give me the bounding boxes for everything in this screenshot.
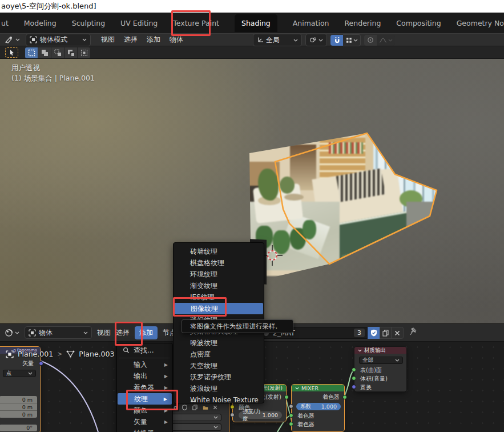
editor-type-button[interactable]: [5, 36, 20, 44]
transform-orientation-dropdown[interactable]: 全局: [253, 34, 302, 46]
pin-toggle[interactable]: [409, 327, 417, 339]
submenu-item-ies-texture[interactable]: IES纹理: [174, 291, 264, 303]
viewport-editor-icon: [5, 36, 14, 44]
proportional-editing-toggle[interactable]: [364, 35, 377, 46]
unlink-material-button[interactable]: [392, 327, 404, 339]
submenu-item-voronoi-texture[interactable]: 沃罗诺伊纹理: [174, 371, 264, 383]
submenu-item-white-noise-texture[interactable]: White Noise Texture: [174, 394, 264, 406]
select-set-icon: [28, 49, 35, 57]
accelerator-underline: [191, 401, 196, 402]
surface-input-socket[interactable]: [352, 367, 356, 372]
mixer-node-header[interactable]: MIXER: [292, 385, 344, 391]
active-tool-tweak-button[interactable]: [5, 47, 18, 58]
proportional-falloff-dropdown[interactable]: [377, 35, 395, 46]
displacement-input-socket[interactable]: [352, 385, 356, 389]
submenu-item-wave-texture[interactable]: 波浪纹理: [174, 383, 264, 394]
add-menu: 查找... 输入▶ 输出▶ 着色器▶ 纹理▶ 颜色▶ 矢量▶ 转换器▶: [116, 343, 173, 432]
tab-compositing[interactable]: Compositing: [396, 19, 441, 27]
chevron-down-icon: [318, 39, 323, 42]
rotation-x-field[interactable]: 0°: [0, 425, 37, 431]
mixer-shader2-socket[interactable]: [289, 422, 293, 426]
tab-animation[interactable]: Animation: [293, 19, 329, 27]
tab-texture-paint[interactable]: Texture Paint: [173, 19, 219, 27]
menu-item-shader[interactable]: 着色器▶: [117, 382, 172, 393]
menu-item-search[interactable]: 查找...: [117, 343, 172, 357]
mixer-fac-socket[interactable]: [289, 404, 293, 409]
mapping-type-dropdown[interactable]: 点: [3, 370, 36, 377]
emission-strength-field[interactable]: 强度/力度1.000: [239, 411, 282, 419]
select-set-button[interactable]: [25, 47, 38, 58]
tab-layout-partial[interactable]: ut: [1, 19, 9, 27]
material-output-header[interactable]: 材质输出: [354, 347, 406, 354]
volume-input-socket[interactable]: [352, 376, 356, 381]
material-output-node[interactable]: 材质输出 全部 表(曲)面 体积(音量) 置换: [354, 346, 407, 392]
mixer-fac-slider[interactable]: 系数1.000: [296, 403, 341, 410]
vector-output-socket[interactable]: [39, 361, 43, 366]
submenu-item-image-texture[interactable]: 图像纹理: [174, 303, 263, 314]
new-material-button[interactable]: [380, 327, 392, 339]
submenu-item-environment-texture[interactable]: 环境纹理: [174, 269, 264, 280]
shader-menu-add[interactable]: 添加: [135, 326, 158, 339]
image-projection-dropdown[interactable]: [171, 423, 221, 431]
location-x-field[interactable]: 0 m: [0, 396, 37, 403]
select-subtract-button[interactable]: [51, 47, 64, 58]
submenu-item-point-density[interactable]: 点密度: [174, 349, 264, 360]
collapse-chevron-icon[interactable]: [295, 387, 299, 390]
menu-view[interactable]: 视图: [101, 35, 115, 45]
select-difference-button[interactable]: [64, 47, 77, 58]
mode-dropdown[interactable]: 物体模式: [26, 34, 91, 46]
mixer-shader1-socket[interactable]: [289, 413, 293, 418]
select-extend-button[interactable]: [38, 47, 51, 58]
submenu-item-sky-texture[interactable]: 天空纹理: [174, 360, 264, 371]
tab-shading[interactable]: Shading: [235, 14, 277, 32]
material-user-count[interactable]: 3: [354, 329, 365, 337]
emission-strength-socket[interactable]: [230, 413, 235, 417]
menu-item-color[interactable]: 颜色▶: [117, 405, 172, 416]
chevron-down-icon: [15, 331, 19, 334]
menu-item-vector[interactable]: 矢量▶: [117, 416, 172, 427]
submenu-item-brick-texture[interactable]: 砖墙纹理: [174, 246, 264, 257]
pivot-point-dropdown[interactable]: [305, 34, 327, 46]
output-target-dropdown[interactable]: 全部: [359, 357, 403, 364]
tab-rendering[interactable]: Rendering: [344, 19, 381, 27]
shader-menu-select[interactable]: 选择: [116, 328, 130, 338]
submenu-item-gradient-texture[interactable]: 渐变纹理: [174, 280, 264, 291]
mode-label: 物体模式: [40, 35, 67, 45]
emission-output-socket[interactable]: [284, 395, 289, 399]
snap-settings-dropdown[interactable]: [343, 34, 361, 46]
collapse-chevron-icon[interactable]: [358, 349, 362, 352]
tab-sculpting[interactable]: Sculpting: [72, 19, 105, 27]
select-intersect-button[interactable]: [78, 47, 90, 58]
chevron-down-icon: [213, 416, 218, 419]
location-z-field[interactable]: 0 m: [0, 411, 37, 418]
displacement-input-label: 置换: [360, 383, 372, 391]
mixer-output-socket[interactable]: [342, 395, 347, 399]
snap-increment-icon: [346, 37, 352, 43]
submenu-item-checker-texture[interactable]: 棋盘格纹理: [174, 257, 264, 269]
chevron-down-icon: [213, 426, 218, 429]
image-interpolation-dropdown[interactable]: [171, 414, 221, 421]
menu-item-input[interactable]: 输入▶: [117, 359, 172, 370]
tab-geometry-nodes[interactable]: Geometry Nodes: [457, 19, 504, 27]
menu-object[interactable]: 物体: [170, 35, 183, 45]
breadcrumb-object[interactable]: Plane.001: [18, 350, 53, 358]
mixer-node[interactable]: MIXER 着色器 系数1.000 着色器 着色器: [291, 384, 345, 432]
location-y-field[interactable]: 0 m: [0, 403, 37, 411]
breadcrumb-data[interactable]: Plane.003: [79, 350, 114, 358]
chevron-down-icon: [293, 39, 298, 42]
snap-magnet-toggle[interactable]: [330, 35, 343, 46]
menu-add[interactable]: 添加: [147, 35, 160, 45]
tab-modeling[interactable]: Modeling: [24, 19, 57, 27]
tab-uv-editing[interactable]: UV Editing: [120, 19, 158, 27]
menu-item-converter[interactable]: 转换器▶: [117, 427, 172, 432]
mapping-node[interactable]: g Panorama 矢量 点 0 m 0 m 0 m 0°: [0, 346, 41, 432]
shader-editor-type-button[interactable]: [5, 329, 19, 337]
shader-type-dropdown[interactable]: 物体: [25, 326, 92, 339]
object-mode-icon: [30, 36, 37, 43]
submenu-item-noise-texture[interactable]: 噪波纹理: [174, 337, 264, 349]
menu-item-texture[interactable]: 纹理▶: [118, 393, 172, 405]
menu-item-output[interactable]: 输出▶: [117, 370, 172, 382]
shader-menu-view[interactable]: 视图: [97, 328, 111, 338]
menu-select[interactable]: 选择: [124, 35, 138, 45]
fake-user-toggle[interactable]: [368, 327, 380, 339]
